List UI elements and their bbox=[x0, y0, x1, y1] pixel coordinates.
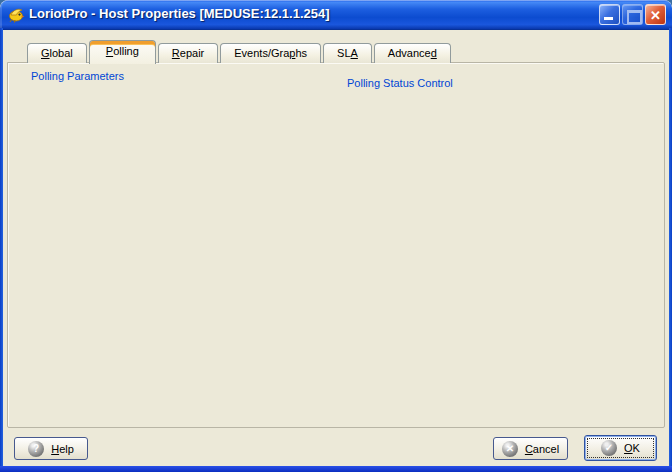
tab-global[interactable]: Global bbox=[27, 43, 87, 63]
cancel-button[interactable]: ✕ Cancel bbox=[493, 437, 568, 460]
window-border-left bbox=[0, 28, 3, 472]
polling-status-control-title: Polling Status Control bbox=[344, 77, 456, 89]
app-icon bbox=[8, 6, 25, 23]
help-icon: ? bbox=[28, 441, 44, 457]
tab-polling[interactable]: Polling bbox=[89, 40, 156, 64]
close-button[interactable]: ✕ bbox=[645, 4, 666, 25]
tab-sla[interactable]: SLA bbox=[323, 43, 372, 63]
cancel-button-label: Cancel bbox=[525, 443, 559, 455]
close-icon: ✕ bbox=[646, 6, 665, 25]
minimize-button[interactable] bbox=[599, 4, 620, 25]
tab-repair[interactable]: Repair bbox=[158, 43, 218, 63]
polling-parameters-title: Polling Parameters bbox=[28, 70, 127, 82]
titlebar[interactable]: LoriotPro - Host Properties [MEDUSE:12.1… bbox=[0, 0, 672, 30]
cancel-icon: ✕ bbox=[502, 441, 518, 457]
window-border-bottom bbox=[0, 466, 672, 472]
ok-button-label: OK bbox=[624, 442, 640, 454]
tab-events-graphs[interactable]: Events/Graphs bbox=[220, 43, 321, 63]
polling-tab-page bbox=[7, 62, 665, 428]
tab-bar: Global Polling Repair Events/Graphs SLA … bbox=[27, 39, 451, 63]
ok-icon: ✓ bbox=[601, 440, 617, 456]
maximize-button[interactable] bbox=[622, 4, 643, 25]
ok-button[interactable]: ✓ OK bbox=[584, 435, 657, 461]
window-title: LoriotPro - Host Properties [MEDUSE:12.1… bbox=[29, 6, 330, 21]
host-properties-dialog: LoriotPro - Host Properties [MEDUSE:12.1… bbox=[0, 0, 672, 472]
help-button-label: Help bbox=[51, 443, 74, 455]
help-button[interactable]: ? Help bbox=[14, 437, 88, 460]
tab-advanced[interactable]: Advanced bbox=[374, 43, 451, 63]
